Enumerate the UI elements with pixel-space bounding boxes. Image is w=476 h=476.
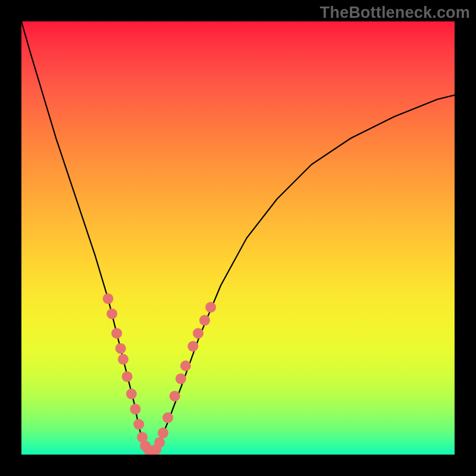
chart-overlay <box>21 21 455 455</box>
chart-frame: TheBottleneck.com <box>0 0 476 476</box>
marker-dot <box>162 412 173 423</box>
marker-dot <box>180 361 191 371</box>
marker-dot <box>187 341 198 352</box>
marker-dot <box>133 419 144 430</box>
marker-dot <box>115 343 126 354</box>
marker-dot <box>176 374 186 384</box>
marker-dot <box>107 308 117 319</box>
marker-dot <box>193 328 203 339</box>
marker-dot <box>130 404 140 415</box>
markers-group <box>103 293 217 455</box>
marker-dot <box>199 315 210 325</box>
watermark-text: TheBottleneck.com <box>320 4 470 22</box>
marker-dot <box>154 437 165 448</box>
marker-dot <box>122 371 133 382</box>
marker-dot <box>158 428 168 439</box>
marker-dot <box>126 389 137 399</box>
marker-dot <box>170 391 180 402</box>
marker-dot <box>103 293 114 304</box>
bottleneck-curve <box>21 21 455 452</box>
marker-dot <box>111 328 122 339</box>
marker-dot <box>205 302 216 312</box>
marker-dot <box>118 354 129 365</box>
plot-area <box>21 21 455 455</box>
